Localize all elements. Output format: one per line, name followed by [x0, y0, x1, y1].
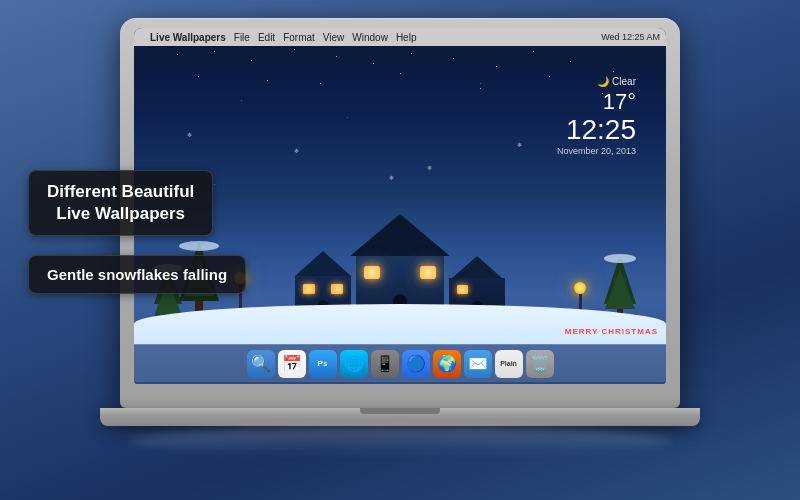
- menubar-right: Wed 12:25 AM: [601, 32, 660, 42]
- dock-icon-finder[interactable]: 🔍: [247, 350, 275, 378]
- mac-menubar: Live Wallpapers File Edit Format View Wi…: [134, 28, 666, 46]
- tree-right-1: [604, 254, 636, 316]
- menu-edit[interactable]: Edit: [258, 32, 275, 43]
- menubar-left: Live Wallpapers File Edit Format View Wi…: [140, 32, 416, 43]
- callout-sub-text: Gentle snowflakes falling: [47, 266, 227, 283]
- dock-icon-text[interactable]: Plain: [495, 350, 523, 378]
- callout-main-text: Different BeautifulLive Wallpapers: [47, 182, 194, 223]
- dock-icon-browser[interactable]: 🌐: [340, 350, 368, 378]
- menubar-items: File Edit Format View Window Help: [234, 32, 417, 43]
- dock-icon-trash[interactable]: 🗑️: [526, 350, 554, 378]
- christmas-text: MERRY CHRISTMAS: [565, 327, 658, 336]
- scene-wrapper: Live Wallpapers File Edit Format View Wi…: [0, 0, 800, 500]
- callout-main: Different BeautifulLive Wallpapers: [28, 170, 213, 236]
- laptop-reflection: [130, 426, 670, 456]
- menubar-app-name: Live Wallpapers: [150, 32, 226, 43]
- dock-icon-app2[interactable]: 🔵: [402, 350, 430, 378]
- dock-icon-mail[interactable]: ✉️: [464, 350, 492, 378]
- menu-format[interactable]: Format: [283, 32, 315, 43]
- screen-bezel: Live Wallpapers File Edit Format View Wi…: [134, 28, 666, 384]
- dock-icon-calendar[interactable]: 📅: [278, 350, 306, 378]
- screen-content: ❄ · ❄ · ❄ · ❄ · · ❄ 🌙 Clear 17° 12:25: [134, 46, 666, 384]
- moon-icon: 🌙: [597, 76, 609, 87]
- weather-temperature: 17°: [557, 89, 636, 115]
- weather-condition: 🌙 Clear: [557, 76, 636, 87]
- laptop-base: [100, 408, 700, 426]
- callout-sub: Gentle snowflakes falling: [28, 255, 246, 294]
- menu-window[interactable]: Window: [352, 32, 388, 43]
- menu-file[interactable]: File: [234, 32, 250, 43]
- dock-icon-chrome[interactable]: 🌍: [433, 350, 461, 378]
- weather-widget: 🌙 Clear 17° 12:25 November 20, 2013: [557, 76, 636, 156]
- menu-view[interactable]: View: [323, 32, 345, 43]
- weather-time: 12:25: [557, 115, 636, 146]
- dock-icon-photoshop[interactable]: Ps: [309, 350, 337, 378]
- snow-ground: [134, 304, 666, 344]
- dock-icon-app1[interactable]: 📱: [371, 350, 399, 378]
- weather-date: November 20, 2013: [557, 146, 636, 156]
- menubar-time: Wed 12:25 AM: [601, 32, 660, 42]
- menu-help[interactable]: Help: [396, 32, 417, 43]
- dock: 🔍 📅 Ps 🌐 📱 🔵 🌍 ✉️ Plain 🗑️: [134, 344, 666, 382]
